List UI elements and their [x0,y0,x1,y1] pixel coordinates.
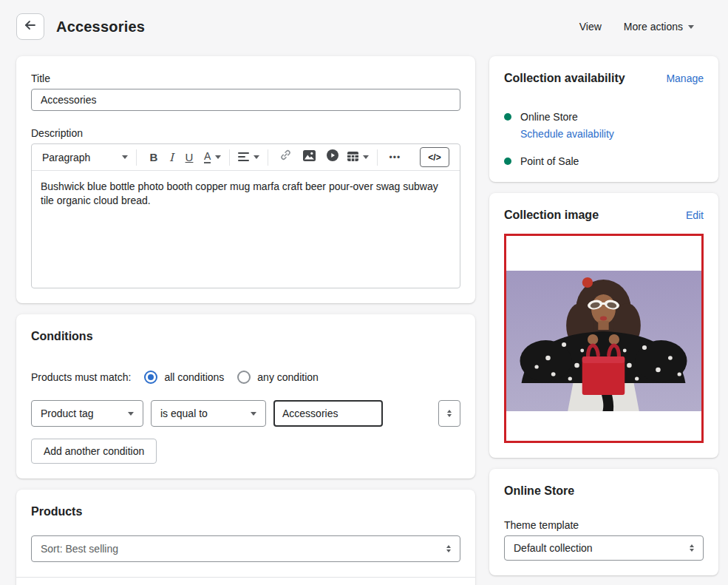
add-condition-button[interactable]: Add another condition [31,439,157,464]
view-button-label: View [579,21,602,33]
products-heading: Products [31,504,460,519]
alignment-icon [238,151,249,164]
condition-field-value: Product tag [41,408,94,419]
match-row: Products must match: all conditions any … [31,371,460,384]
right-column: Collection availability Manage Online St… [489,56,718,575]
products-card: Products Sort: Best selling [16,490,475,585]
description-textarea[interactable]: Bushwick blue bottle photo booth copper … [32,171,460,288]
view-button[interactable]: View [572,16,609,37]
theme-template-select[interactable]: Default collection [504,535,704,561]
editor-toolbar: Paragraph B I U [32,144,460,171]
radio-icon [237,371,251,384]
edit-image-link[interactable]: Edit [686,209,704,221]
radio-any-condition[interactable]: any condition [237,371,319,384]
collection-photo-illustration [506,271,701,411]
products-list-divider [16,577,475,578]
collection-image[interactable] [504,234,704,443]
sort-select[interactable]: Sort: Best selling [31,535,460,562]
manage-link[interactable]: Manage [666,72,704,84]
conditions-heading: Conditions [31,329,460,344]
channel-point-of-sale: Point of Sale [504,155,704,167]
chevron-down-icon [251,412,256,416]
stepper-icon [446,545,451,552]
italic-icon: I [169,148,174,167]
status-dot-icon [504,113,511,121]
image-heading: Collection image [504,208,599,223]
chevron-down-icon [254,155,259,159]
condition-value-input[interactable] [273,400,383,427]
theme-template-label: Theme template [504,518,704,532]
chevron-down-icon [363,155,369,159]
stepper-icon [690,544,694,552]
toolbar-divider [136,149,137,166]
toolbar-divider [377,149,378,166]
schedule-availability-link[interactable]: Schedule availability [520,128,614,140]
left-column: Title Description Paragraph B [16,56,475,585]
code-icon: </> [428,152,440,163]
radio-all-conditions-label: all conditions [164,371,224,383]
match-label: Products must match: [31,371,131,383]
more-actions-button[interactable]: More actions [616,16,701,37]
back-button[interactable] [16,13,44,40]
paragraph-style-label: Paragraph [42,152,90,163]
show-html-button[interactable]: </> [420,147,449,167]
chevron-down-icon [215,155,221,159]
insert-link-button[interactable] [276,148,294,167]
stepper-up-icon [447,410,452,413]
more-options-button[interactable]: ••• [386,148,404,167]
radio-all-conditions[interactable]: all conditions [144,371,224,384]
channel-online-store-label: Online Store [520,111,578,123]
main-content: Title Description Paragraph B [0,41,728,585]
availability-card: Collection availability Manage Online St… [489,56,718,182]
online-store-heading: Online Store [504,484,704,498]
page-header: Accessories View More actions [0,0,728,41]
radio-any-condition-label: any condition [257,371,319,383]
toolbar-divider [268,149,268,166]
text-color-icon: A [204,151,211,163]
radio-icon [144,371,157,384]
condition-field-select[interactable]: Product tag [31,400,143,427]
underline-icon: U [186,148,194,167]
insert-table-button[interactable] [347,151,369,164]
chevron-down-icon [122,155,128,159]
conditions-card: Conditions Products must match: all cond… [16,314,475,479]
insert-image-button[interactable] [300,148,318,167]
chevron-down-icon [688,25,694,29]
description-label: Description [31,126,460,141]
rich-text-editor: Paragraph B I U [31,143,460,288]
channel-online-store: Online Store [504,111,704,123]
header-actions: View More actions [572,16,701,37]
more-options-icon: ••• [389,148,401,167]
chevron-down-icon [128,412,134,416]
online-store-card: Online Store Theme template Default coll… [489,469,718,575]
arrow-left-icon [24,20,36,33]
video-icon [327,148,339,167]
underline-button[interactable]: U [180,148,198,167]
description-block: Description Paragraph B I [31,126,460,288]
toolbar-divider [229,149,230,166]
condition-row: Product tag is equal to [31,400,460,427]
text-color-button[interactable]: A [204,151,221,163]
bold-icon: B [150,148,158,167]
image-card: Collection image Edit [489,193,718,458]
italic-button[interactable]: I [163,148,180,167]
stepper-down-icon [447,414,452,417]
alignment-button[interactable] [238,151,259,164]
title-input[interactable] [31,89,460,111]
bold-button[interactable]: B [145,148,163,167]
paragraph-style-dropdown[interactable]: Paragraph [42,152,128,163]
channel-point-of-sale-label: Point of Sale [520,155,579,167]
title-label: Title [31,71,460,86]
condition-operator-select[interactable]: is equal to [151,400,266,427]
more-actions-label: More actions [624,21,683,33]
status-dot-icon [504,158,511,165]
link-icon [279,148,292,167]
table-icon [347,151,358,164]
sort-select-value: Sort: Best selling [41,543,118,555]
details-card: Title Description Paragraph B [16,56,475,303]
condition-operator-value: is equal to [160,408,208,419]
availability-heading: Collection availability [504,71,625,86]
insert-video-button[interactable] [324,148,341,167]
image-icon [303,148,316,167]
condition-stepper-button[interactable] [438,400,460,427]
